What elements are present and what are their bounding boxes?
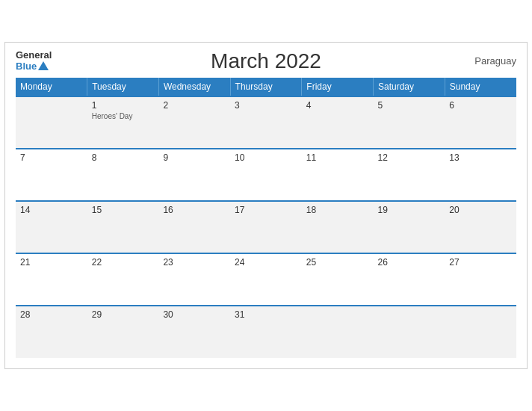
day-cell: 16 bbox=[158, 201, 230, 253]
calendar-thead: MondayTuesdayWednesdayThursdayFridaySatu… bbox=[16, 78, 516, 96]
day-number: 2 bbox=[163, 100, 226, 111]
calendar-header: General Blue March 2022 Paraguay bbox=[16, 50, 516, 72]
day-cell: 3 bbox=[230, 96, 302, 149]
day-cell: 7 bbox=[16, 149, 87, 201]
day-cell: 1Heroes' Day bbox=[87, 96, 159, 149]
day-number: 5 bbox=[378, 100, 441, 111]
day-cell: 14 bbox=[16, 201, 87, 253]
day-cell: 19 bbox=[374, 201, 445, 253]
calendar-tbody: 1Heroes' Day2345678910111213141516171819… bbox=[16, 96, 516, 358]
day-cell: 10 bbox=[230, 149, 302, 201]
day-number: 6 bbox=[449, 100, 512, 111]
day-number: 9 bbox=[163, 152, 226, 163]
day-cell: 20 bbox=[445, 201, 516, 253]
day-cell bbox=[445, 306, 516, 358]
day-number: 30 bbox=[163, 309, 226, 320]
day-number: 25 bbox=[306, 257, 369, 268]
day-number: 4 bbox=[306, 100, 369, 111]
weekday-header-sunday: Sunday bbox=[445, 78, 516, 96]
week-row-5: 28293031 bbox=[16, 306, 516, 358]
logo-triangle-icon bbox=[38, 61, 49, 70]
day-number: 22 bbox=[92, 257, 155, 268]
day-number: 14 bbox=[20, 205, 83, 215]
day-number: 7 bbox=[20, 152, 83, 163]
day-cell: 8 bbox=[87, 149, 159, 201]
weekday-header-tuesday: Tuesday bbox=[87, 78, 159, 96]
day-cell: 27 bbox=[445, 253, 516, 306]
day-cell: 18 bbox=[302, 201, 374, 253]
day-cell: 15 bbox=[87, 201, 159, 253]
weekday-header-friday: Friday bbox=[302, 78, 374, 96]
day-cell: 12 bbox=[374, 149, 445, 201]
day-number: 29 bbox=[92, 309, 155, 320]
weekday-header-wednesday: Wednesday bbox=[158, 78, 230, 96]
day-cell: 2 bbox=[158, 96, 230, 149]
day-cell: 25 bbox=[302, 253, 374, 306]
day-cell: 29 bbox=[87, 306, 159, 358]
day-cell: 22 bbox=[87, 253, 159, 306]
day-cell: 24 bbox=[230, 253, 302, 306]
day-cell bbox=[374, 306, 445, 358]
day-number: 24 bbox=[235, 257, 297, 268]
day-cell: 17 bbox=[230, 201, 302, 253]
week-row-4: 21222324252627 bbox=[16, 253, 516, 306]
calendar-title: March 2022 bbox=[211, 49, 321, 73]
weekday-header-thursday: Thursday bbox=[230, 78, 302, 96]
day-number: 3 bbox=[235, 100, 297, 111]
day-number: 15 bbox=[92, 205, 155, 215]
weekday-header-monday: Monday bbox=[16, 78, 87, 96]
calendar-table: MondayTuesdayWednesdayThursdayFridaySatu… bbox=[16, 78, 516, 358]
week-row-2: 78910111213 bbox=[16, 149, 516, 201]
day-cell: 5 bbox=[374, 96, 445, 149]
day-cell: 28 bbox=[16, 306, 87, 358]
day-number: 19 bbox=[378, 205, 441, 215]
day-number: 20 bbox=[449, 205, 512, 215]
day-number: 1 bbox=[92, 100, 155, 111]
country-label: Paraguay bbox=[474, 55, 516, 67]
day-number: 11 bbox=[306, 152, 369, 163]
logo: General Blue bbox=[16, 50, 52, 72]
day-cell: 26 bbox=[374, 253, 445, 306]
day-number: 17 bbox=[235, 205, 297, 215]
day-cell: 31 bbox=[230, 306, 302, 358]
weekday-header-saturday: Saturday bbox=[374, 78, 445, 96]
weekday-header-row: MondayTuesdayWednesdayThursdayFridaySatu… bbox=[16, 78, 516, 96]
logo-blue-text: Blue bbox=[16, 61, 52, 72]
day-cell bbox=[16, 96, 87, 149]
day-number: 16 bbox=[163, 205, 226, 215]
day-number: 13 bbox=[449, 152, 512, 163]
day-cell: 9 bbox=[158, 149, 230, 201]
day-cell: 30 bbox=[158, 306, 230, 358]
event-label: Heroes' Day bbox=[92, 112, 155, 120]
week-row-1: 1Heroes' Day23456 bbox=[16, 96, 516, 149]
day-cell: 11 bbox=[302, 149, 374, 201]
week-row-3: 14151617181920 bbox=[16, 201, 516, 253]
day-number: 26 bbox=[378, 257, 441, 268]
day-number: 27 bbox=[449, 257, 512, 268]
day-number: 10 bbox=[235, 152, 297, 163]
day-cell: 4 bbox=[302, 96, 374, 149]
day-number: 23 bbox=[163, 257, 226, 268]
day-cell bbox=[302, 306, 374, 358]
day-cell: 13 bbox=[445, 149, 516, 201]
day-cell: 23 bbox=[158, 253, 230, 306]
day-number: 31 bbox=[235, 309, 297, 320]
day-number: 21 bbox=[20, 257, 83, 268]
day-number: 12 bbox=[378, 152, 441, 163]
day-number: 8 bbox=[92, 152, 155, 163]
day-number: 18 bbox=[306, 205, 369, 215]
logo-general-text: General bbox=[16, 50, 52, 61]
calendar-container: General Blue March 2022 Paraguay MondayT… bbox=[4, 42, 528, 369]
day-number: 28 bbox=[20, 309, 83, 320]
day-cell: 6 bbox=[445, 96, 516, 149]
day-cell: 21 bbox=[16, 253, 87, 306]
